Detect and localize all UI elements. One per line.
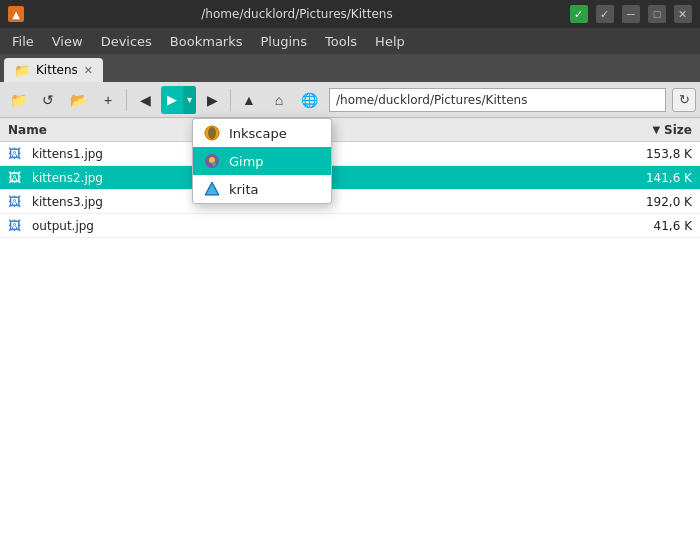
menu-devices[interactable]: Devices [93,30,160,52]
separator2 [230,89,231,111]
file-size: 141,6 K [612,171,692,185]
file-list-area: Name ▼ Size 🖼 kittens1.jpg 153,8 K 🖼 kit… [0,118,700,535]
menu-item-inkscape[interactable]: Inkscape [193,119,331,147]
app-icon: ▲ [8,6,24,22]
open-with-context-menu: Inkscape Gimp krita [192,118,332,204]
home-btn[interactable]: ⌂ [265,86,293,114]
svg-point-4 [212,162,216,166]
folder-icon: 📁 [14,63,30,78]
krita-icon [203,180,221,198]
tab-close-button[interactable]: ✕ [84,65,93,76]
empty-area [0,238,700,535]
address-bar[interactable]: /home/ducklord/Pictures/Kittens [329,88,666,112]
header-size: ▼ Size [612,123,692,137]
menu-file[interactable]: File [4,30,42,52]
address-text: /home/ducklord/Pictures/Kittens [336,93,527,107]
file-size: 41,6 K [612,219,692,233]
forward-btn[interactable]: ▶ [198,86,226,114]
file-name: output.jpg [32,219,612,233]
menu-bookmarks[interactable]: Bookmarks [162,30,251,52]
menu-tools[interactable]: Tools [317,30,365,52]
close-button[interactable]: ✕ [674,5,692,23]
inkscape-label: Inkscape [229,126,287,141]
open-with-icon: ▶ [161,86,183,114]
maximize-button[interactable]: □ [648,5,666,23]
file-row[interactable]: 🖼 kittens2.jpg 141,6 K [0,166,700,190]
toolbar: 📁 ↺ 📂 + ◀ ▶ ▾ ▶ ▲ ⌂ 🌐 /home/ducklord/Pic… [0,82,700,118]
new-folder-btn[interactable]: 📁 [4,86,32,114]
dropdown-arrow-icon[interactable]: ▾ [183,86,196,114]
inkscape-icon [203,124,221,142]
tab-kittens[interactable]: 📁 Kittens ✕ [4,58,103,82]
menu-item-krita[interactable]: krita [193,175,331,203]
file-icon: 🖼 [8,146,28,161]
gimp-label: Gimp [229,154,264,169]
title-bar-left: ▲ [8,6,24,22]
sort-arrow-icon: ▼ [652,124,660,135]
file-row[interactable]: 🖼 kittens3.jpg 192,0 K [0,190,700,214]
open-with-dropdown[interactable]: ▶ ▾ [161,86,196,114]
tab-label: Kittens [36,63,78,77]
menu-view[interactable]: View [44,30,91,52]
file-size: 153,8 K [612,147,692,161]
history-btn[interactable]: ↺ [34,86,62,114]
svg-point-1 [208,127,216,139]
open-folder-btn[interactable]: 📂 [64,86,92,114]
menu-help[interactable]: Help [367,30,413,52]
main-content: Name ▼ Size 🖼 kittens1.jpg 153,8 K 🖼 kit… [0,118,700,535]
file-list-header: Name ▼ Size [0,118,700,142]
tab-bar: 📁 Kittens ✕ [0,54,700,82]
file-row[interactable]: 🖼 output.jpg 41,6 K [0,214,700,238]
check2-button[interactable]: ✓ [596,5,614,23]
menu-bar: File View Devices Bookmarks Plugins Tool… [0,28,700,54]
network-btn[interactable]: 🌐 [295,86,323,114]
minimize-button[interactable]: ─ [622,5,640,23]
back-btn[interactable]: ◀ [131,86,159,114]
menu-item-gimp[interactable]: Gimp [193,147,331,175]
refresh-btn[interactable]: ↻ [672,88,696,112]
file-size: 192,0 K [612,195,692,209]
check-button[interactable]: ✓ [570,5,588,23]
up-btn[interactable]: ▲ [235,86,263,114]
add-btn[interactable]: + [94,86,122,114]
file-icon: 🖼 [8,170,28,185]
krita-label: krita [229,182,259,197]
gimp-icon [203,152,221,170]
file-icon: 🖼 [8,218,28,233]
window-title: /home/ducklord/Pictures/Kittens [201,7,392,21]
separator1 [126,89,127,111]
file-row[interactable]: 🖼 kittens1.jpg 153,8 K [0,142,700,166]
title-bar: ▲ /home/ducklord/Pictures/Kittens ✓ ✓ ─ … [0,0,700,28]
title-bar-controls: ✓ ✓ ─ □ ✕ [570,5,692,23]
file-icon: 🖼 [8,194,28,209]
menu-plugins[interactable]: Plugins [253,30,316,52]
